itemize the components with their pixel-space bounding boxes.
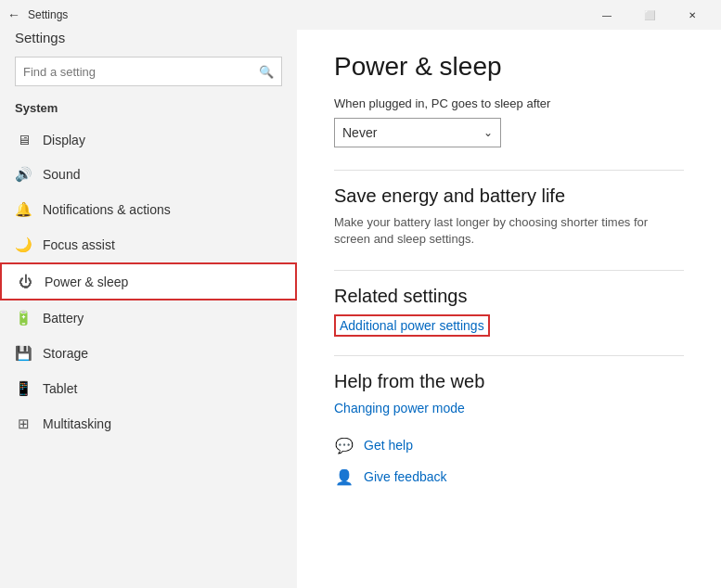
sleep-label: When plugged in, PC goes to sleep after bbox=[334, 96, 684, 110]
tablet-icon: 📱 bbox=[15, 380, 32, 397]
sidebar: Settings 🔍 System 🖥Display🔊Sound🔔Notific… bbox=[0, 30, 297, 588]
sleep-dropdown-wrapper: Never ⌄ bbox=[334, 118, 684, 147]
close-button[interactable]: ✕ bbox=[671, 0, 714, 30]
maximize-button[interactable]: ⬜ bbox=[628, 0, 671, 30]
related-settings-title: Related settings bbox=[334, 286, 684, 307]
sidebar-item-label-storage: Storage bbox=[43, 346, 88, 361]
sidebar-item-label-display: Display bbox=[43, 133, 85, 147]
divider-2 bbox=[334, 270, 684, 271]
focus-icon: 🌙 bbox=[15, 236, 32, 253]
help-items-section: 💬 Get help 👤 Give feedback bbox=[334, 435, 684, 487]
search-box[interactable]: 🔍 bbox=[15, 57, 282, 86]
get-help-icon: 💬 bbox=[334, 435, 354, 455]
related-settings-section: Related settings Additional power settin… bbox=[334, 286, 684, 337]
divider-1 bbox=[334, 170, 684, 171]
page-title: Power & sleep bbox=[334, 52, 684, 82]
sidebar-item-label-focus: Focus assist bbox=[43, 237, 115, 252]
help-from-web-title: Help from the web bbox=[334, 371, 684, 392]
sound-icon: 🔊 bbox=[15, 166, 32, 183]
back-icon[interactable]: ← bbox=[7, 7, 20, 22]
sidebar-item-display[interactable]: 🖥Display bbox=[0, 122, 297, 157]
main-content: Power & sleep When plugged in, PC goes t… bbox=[297, 30, 721, 588]
search-icon-button[interactable]: 🔍 bbox=[259, 65, 274, 79]
title-bar: ← Settings — ⬜ ✕ bbox=[0, 0, 721, 30]
sidebar-item-label-power: Power & sleep bbox=[45, 275, 128, 289]
sleep-dropdown-value: Never bbox=[342, 125, 377, 140]
give-feedback-item: 👤 Give feedback bbox=[334, 467, 684, 487]
storage-icon: 💾 bbox=[15, 345, 32, 362]
sidebar-item-label-tablet: Tablet bbox=[43, 381, 77, 396]
save-energy-section: Save energy and battery life Make your b… bbox=[334, 185, 684, 248]
sleep-section: When plugged in, PC goes to sleep after … bbox=[334, 96, 684, 147]
dropdown-chevron-icon: ⌄ bbox=[483, 126, 493, 139]
sidebar-item-power[interactable]: ⏻Power & sleep bbox=[0, 262, 297, 300]
get-help-item: 💬 Get help bbox=[334, 435, 684, 455]
sidebar-app-title: Settings bbox=[0, 30, 297, 53]
help-web-section: Help from the web Changing power mode bbox=[334, 371, 684, 416]
save-energy-desc: Make your battery last longer by choosin… bbox=[334, 214, 684, 248]
additional-power-settings-link[interactable]: Additional power settings bbox=[334, 314, 490, 337]
sidebar-item-label-sound: Sound bbox=[43, 167, 80, 182]
divider-3 bbox=[334, 355, 684, 356]
sidebar-item-multitasking[interactable]: ⊞Multitasking bbox=[0, 406, 297, 441]
sidebar-item-label-multitasking: Multitasking bbox=[43, 416, 111, 431]
sidebar-item-sound[interactable]: 🔊Sound bbox=[0, 157, 297, 192]
sidebar-item-tablet[interactable]: 📱Tablet bbox=[0, 371, 297, 406]
minimize-button[interactable]: — bbox=[586, 0, 628, 30]
app-container: Settings 🔍 System 🖥Display🔊Sound🔔Notific… bbox=[0, 30, 721, 588]
give-feedback-link[interactable]: Give feedback bbox=[364, 469, 447, 484]
sidebar-item-storage[interactable]: 💾Storage bbox=[0, 336, 297, 371]
sidebar-item-label-notifications: Notifications & actions bbox=[43, 202, 171, 217]
sidebar-item-notifications[interactable]: 🔔Notifications & actions bbox=[0, 192, 297, 227]
notifications-icon: 🔔 bbox=[15, 201, 32, 218]
sidebar-item-label-battery: Battery bbox=[43, 311, 84, 326]
window-controls: — ⬜ ✕ bbox=[586, 0, 714, 30]
sleep-dropdown[interactable]: Never ⌄ bbox=[334, 118, 501, 147]
multitasking-icon: ⊞ bbox=[15, 415, 32, 432]
save-energy-title: Save energy and battery life bbox=[334, 185, 684, 207]
system-section-label: System bbox=[0, 97, 297, 122]
changing-power-mode-link[interactable]: Changing power mode bbox=[334, 401, 465, 415]
get-help-link[interactable]: Get help bbox=[364, 438, 413, 453]
battery-icon: 🔋 bbox=[15, 310, 32, 326]
nav-items-list: 🖥Display🔊Sound🔔Notifications & actions🌙F… bbox=[0, 122, 297, 441]
power-icon: ⏻ bbox=[17, 274, 33, 289]
search-input[interactable] bbox=[23, 65, 259, 79]
title-bar-label: Settings bbox=[28, 8, 586, 21]
sidebar-item-battery[interactable]: 🔋Battery bbox=[0, 300, 297, 336]
sidebar-item-focus[interactable]: 🌙Focus assist bbox=[0, 227, 297, 262]
give-feedback-icon: 👤 bbox=[334, 467, 354, 487]
display-icon: 🖥 bbox=[15, 132, 32, 147]
